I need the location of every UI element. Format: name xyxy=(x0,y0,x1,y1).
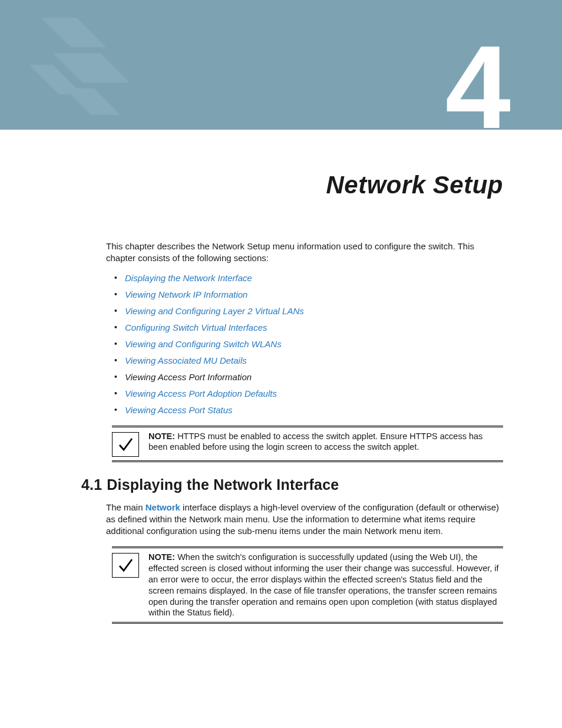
svg-marker-3 xyxy=(65,88,121,115)
svg-marker-0 xyxy=(41,18,106,47)
toc-link-switch-virtual-interfaces[interactable]: Configuring Switch Virtual Interfaces xyxy=(125,322,267,332)
chapter-title: Network Setup xyxy=(59,171,503,199)
note-text: NOTE: HTTPS must be enabled to access th… xyxy=(148,431,503,453)
section-title: Displaying the Network Interface xyxy=(107,476,339,493)
toc-link-layer2-vlans[interactable]: Viewing and Configuring Layer 2 Virtual … xyxy=(125,306,304,316)
note-block-config-update: NOTE: When the switch's configuration is… xyxy=(112,546,503,624)
section-paragraph: The main Network interface displays a hi… xyxy=(106,502,503,538)
toc-list: Displaying the Network Interface Viewing… xyxy=(112,273,503,415)
section-heading-4-1: 4.1Displaying the Network Interface xyxy=(81,476,503,493)
toc-item: Viewing Associated MU Details xyxy=(112,355,503,365)
checkmark-icon xyxy=(112,432,139,457)
section-number: 4.1 xyxy=(81,476,102,493)
checkmark-icon xyxy=(112,553,139,578)
toc-link-access-port-status[interactable]: Viewing Access Port Status xyxy=(125,405,233,415)
banner-art-icon xyxy=(18,18,147,130)
para-pre: The main xyxy=(106,502,146,512)
note-label: NOTE: xyxy=(148,552,175,562)
toc-item: Configuring Switch Virtual Interfaces xyxy=(112,322,503,332)
toc-item: Viewing Access Port Adoption Defaults xyxy=(112,388,503,398)
note-text: NOTE: When the switch's configuration is… xyxy=(148,552,503,618)
keyword-network: Network xyxy=(146,502,180,512)
toc-item: Viewing and Configuring Switch WLANs xyxy=(112,339,503,349)
note-label: NOTE: xyxy=(148,431,175,441)
note-body: When the switch's configuration is succe… xyxy=(148,552,499,617)
note-block-https: NOTE: HTTPS must be enabled to access th… xyxy=(112,426,503,462)
chapter-number: 4 xyxy=(445,28,506,130)
page-content: Network Setup This chapter describes the… xyxy=(0,130,562,673)
toc-link-adoption-defaults[interactable]: Viewing Access Port Adoption Defaults xyxy=(125,388,277,398)
toc-item: Displaying the Network Interface xyxy=(112,273,503,283)
toc-item: Viewing Access Port Information xyxy=(112,372,503,382)
toc-link-switch-wlans[interactable]: Viewing and Configuring Switch WLANs xyxy=(125,339,282,349)
toc-item: Viewing Network IP Information xyxy=(112,289,503,299)
toc-link-viewing-network-ip[interactable]: Viewing Network IP Information xyxy=(125,289,247,299)
toc-item: Viewing and Configuring Layer 2 Virtual … xyxy=(112,306,503,316)
chapter-banner: 4 xyxy=(0,0,562,130)
toc-text-access-port-info: Viewing Access Port Information xyxy=(125,372,252,382)
chapter-intro: This chapter describes the Network Setup… xyxy=(106,241,503,265)
note-body: HTTPS must be enabled to access the swit… xyxy=(148,431,482,452)
toc-link-displaying-network-interface[interactable]: Displaying the Network Interface xyxy=(125,273,252,283)
toc-link-mu-details[interactable]: Viewing Associated MU Details xyxy=(125,355,247,365)
toc-item: Viewing Access Port Status xyxy=(112,405,503,415)
